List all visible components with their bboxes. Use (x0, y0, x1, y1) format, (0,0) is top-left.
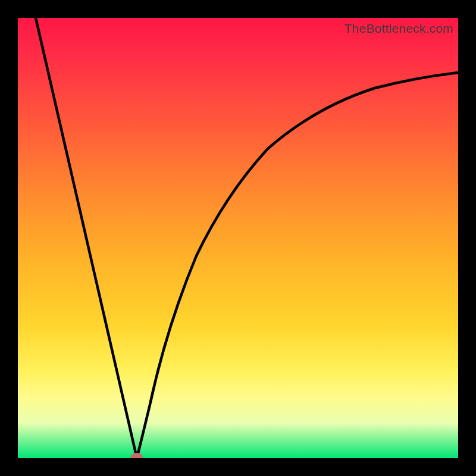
curve-right-branch (137, 73, 458, 458)
plot-area: TheBottleneck.com (18, 18, 458, 458)
curve-layer (18, 18, 458, 458)
curve-left-branch (36, 18, 137, 458)
minimum-marker (131, 453, 143, 458)
